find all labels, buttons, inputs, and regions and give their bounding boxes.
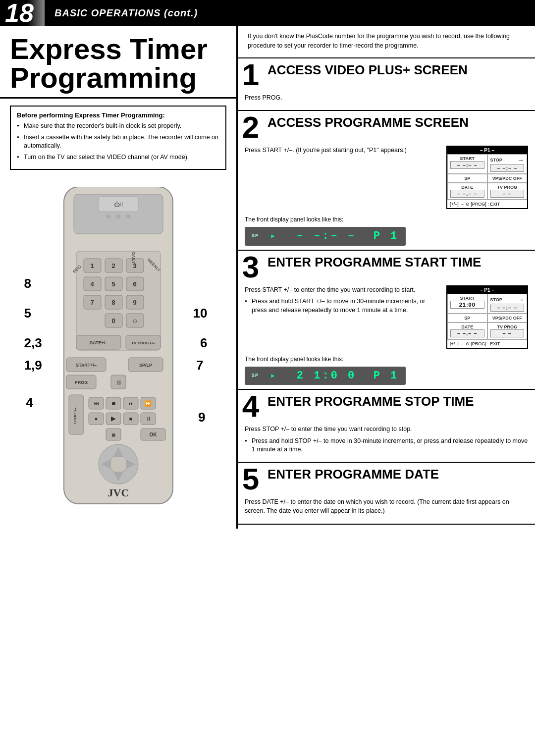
step-4-header: 4 ENTER PROGRAMME STOP TIME	[238, 390, 535, 425]
step-5-header: 5 ENTER PROGRAMME DATE	[238, 463, 535, 497]
lcd-sp-cell: SP	[447, 174, 487, 183]
step3-lcd-start-cell: START 21:00	[447, 294, 487, 314]
step-3-text: Press START +/– to enter the time you wa…	[245, 285, 440, 349]
step3-lcd-date-cell: DATE – –.– –	[447, 323, 487, 339]
lcd-tvprog-cell: TV PROG – –	[487, 183, 528, 200]
step3-lcd-sp-cell: SP	[447, 314, 487, 323]
step-1-body: Press PROG.	[238, 93, 535, 110]
page-header: 18 BASIC OPERATIONS (cont.)	[0, 0, 535, 26]
svg-text:■: ■	[129, 416, 132, 422]
svg-text:STOP+/–: STOP+/–	[73, 407, 77, 424]
step-2-body-text: Press START +/–. (If you're just startin…	[245, 146, 440, 155]
remote-control-area: ⏻/I 1 2 3 4	[0, 177, 236, 529]
svg-text:9: 9	[133, 299, 136, 306]
step-3-title: ENTER PROGRAMME START TIME	[268, 256, 528, 269]
step-2-display-label: The front display panel looks like this:	[238, 214, 535, 224]
label-10: 10	[193, 306, 208, 321]
step-1: 1 ACCESS VIDEO PLUS+ SCREEN Press PROG.	[238, 58, 535, 111]
svg-text:JVC: JVC	[107, 486, 129, 499]
main-layout: Express Timer Programming Before perform…	[0, 26, 535, 529]
step-4-bullets: Press and hold STOP +/– to move in 30-mi…	[245, 437, 528, 454]
step-2-lcd-grid: START – –:– – STOP → – –:– – SP	[447, 154, 527, 200]
step-5-title: ENTER PROGRAMME DATE	[268, 468, 528, 481]
lcd-date-cell: DATE – –.– –	[447, 183, 487, 200]
before-note-item-3: Turn on the TV and select the VIDEO chan…	[17, 153, 219, 162]
step-2-header: 2 ACCESS PROGRAMME SCREEN	[238, 111, 535, 146]
svg-text:⏩: ⏩	[145, 400, 152, 407]
svg-text:▶: ▶	[111, 415, 116, 422]
step-4-text: Press STOP +/– to enter the time you wan…	[245, 425, 528, 457]
svg-text:2: 2	[111, 262, 115, 270]
step-2: 2 ACCESS PROGRAMME SCREEN Press START +/…	[238, 111, 535, 250]
intro-text: If you don't know the PlusCode number fo…	[238, 26, 535, 58]
step-2-display-panel: SP ▶ – –:– – P 1	[245, 227, 406, 245]
step-3-lcd-title: – P1 –	[447, 286, 527, 294]
svg-text:DATE+/–: DATE+/–	[89, 340, 107, 345]
step-4: 4 ENTER PROGRAMME STOP TIME Press STOP +…	[238, 390, 535, 463]
remote-container: ⏻/I 1 2 3 4	[24, 182, 213, 519]
svg-text:OK: OK	[149, 432, 157, 437]
step-4-title: ENTER PROGRAMME STOP TIME	[268, 395, 528, 408]
svg-text:⏭: ⏭	[128, 400, 133, 406]
lcd-bottom: [+/–] → ⊙ [PROG] : EXIT	[447, 200, 527, 208]
step-5-text: Press DATE +/– to enter the date on whic…	[245, 497, 528, 519]
step-3-body-text: Press START +/– to enter the time you wa…	[245, 285, 440, 295]
step-3-bullet-1: Press and hold START +/– to move in 30-m…	[245, 297, 440, 315]
step3-lcd-tvprog-cell: TV PROG – –	[487, 323, 528, 339]
svg-text:⏸: ⏸	[145, 416, 151, 422]
step-3-bullets: Press and hold START +/– to move in 30-m…	[245, 297, 440, 315]
label-5: 5	[24, 306, 31, 321]
svg-text:START+/–: START+/–	[75, 363, 96, 368]
page-title: Express Timer Programming	[10, 35, 226, 92]
svg-text:5: 5	[111, 280, 115, 288]
left-column: Express Timer Programming Before perform…	[0, 26, 238, 529]
page-title-block: Express Timer Programming	[0, 26, 236, 99]
svg-text:8: 8	[111, 299, 115, 306]
svg-point-68	[109, 455, 127, 473]
before-note-item-1: Make sure that the recorder's built-in c…	[17, 122, 219, 131]
step-3-body: Press START +/– to enter the time you wa…	[238, 285, 535, 354]
step-1-title: ACCESS VIDEO PLUS+ SCREEN	[268, 63, 528, 76]
before-note-item-2: Insert a cassette with the safety tab in…	[17, 133, 219, 151]
svg-text:1: 1	[90, 262, 94, 270]
step-3-display-panel: SP ▶ 2 1:0 0 P 1	[245, 367, 406, 385]
label-19: 1,9	[24, 358, 42, 373]
svg-text:●: ●	[94, 416, 98, 422]
svg-text:PROG: PROG	[74, 380, 88, 385]
svg-text:⏮: ⏮	[93, 400, 99, 406]
svg-point-5	[116, 215, 120, 218]
step-2-body: Press START +/–. (If you're just startin…	[238, 146, 535, 214]
svg-text:⊙: ⊙	[132, 318, 137, 324]
remote-svg: ⏻/I 1 2 3 4	[49, 187, 188, 514]
label-6: 6	[200, 335, 207, 351]
step-2-lcd-box: – P1 – START – –:– – STOP → – –:– –	[446, 146, 528, 209]
step-3-display-label: The front display panel looks like this:	[238, 354, 535, 364]
label-9: 9	[198, 410, 205, 425]
step-4-body-text: Press STOP +/– to enter the time you wan…	[245, 425, 528, 434]
svg-text:7: 7	[90, 299, 94, 306]
svg-point-4	[107, 215, 110, 218]
step-4-body: Press STOP +/– to enter the time you wan…	[238, 425, 535, 462]
step3-lcd-vps-cell: VPS/PDC OFF	[487, 314, 528, 323]
step-5: 5 ENTER PROGRAMME DATE Press DATE +/– to…	[238, 463, 535, 525]
step-5-body-text: Press DATE +/– to enter the date on whic…	[245, 497, 528, 516]
before-note-box: Before performing Express Timer Programm…	[10, 106, 226, 170]
step-3-number: 3	[238, 252, 264, 282]
before-note-title: Before performing Express Timer Programm…	[17, 111, 219, 119]
step-1-body-text: Press PROG.	[245, 93, 528, 103]
step-3-lcd-grid: START 21:00 STOP → – –:– – SP	[447, 294, 527, 339]
svg-text:SP/LP: SP/LP	[139, 363, 152, 368]
step-2-title: ACCESS PROGRAMME SCREEN	[268, 116, 528, 129]
svg-text:DAILY: DAILY	[131, 252, 136, 264]
step-5-body: Press DATE +/– to enter the date on whic…	[238, 497, 535, 524]
step-1-header: 1 ACCESS VIDEO PLUS+ SCREEN	[238, 58, 535, 93]
svg-text:6: 6	[133, 280, 136, 288]
step-2-number: 2	[238, 112, 264, 143]
label-7: 7	[196, 358, 203, 373]
step-3-header: 3 ENTER PROGRAMME START TIME	[238, 251, 535, 285]
step-1-text: Press PROG.	[245, 93, 528, 106]
lcd-stop-cell: STOP → – –:– –	[487, 154, 528, 174]
svg-text:0: 0	[111, 317, 115, 324]
svg-text:⏺: ⏺	[110, 400, 116, 406]
header-title: BASIC OPERATIONS (cont.)	[45, 0, 535, 26]
